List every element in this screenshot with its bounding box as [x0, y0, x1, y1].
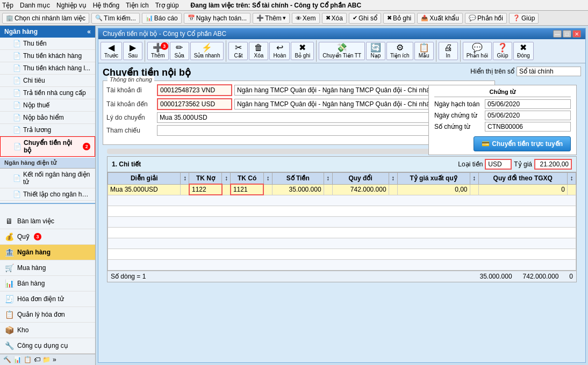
bottom-icon-1[interactable]: 🔨	[3, 356, 11, 363]
table-row[interactable]	[108, 238, 576, 249]
sidebar-item-thutienkhachhang[interactable]: 📄 Thu tiền khách hàng	[0, 50, 95, 62]
sidebar-item-nopbaohiem[interactable]: 📄 Nộp bảo hiểm	[0, 112, 95, 124]
sidebar-item-tratien[interactable]: 📄 Trả tiền nhà cung cấp	[0, 87, 95, 99]
giup-button[interactable]: ❓ Giúp	[493, 42, 512, 60]
menu-trogiup[interactable]: Trợ giúp	[155, 2, 179, 9]
suanhanh-button[interactable]: ⚡ Sửa nhanh	[190, 42, 224, 60]
sau-button[interactable]: ▶ Sau	[123, 42, 142, 60]
col-sort3[interactable]: ↕	[263, 173, 272, 185]
menu-tep[interactable]: Tệp	[2, 2, 13, 9]
sidebar-module-quy[interactable]: 💰 Quỹ 3	[0, 229, 95, 245]
chuyentientructuyen-button[interactable]: 💳 Chuyển tiền trực tuyến	[474, 136, 571, 151]
sua-button[interactable]: ✏ Sửa	[170, 42, 189, 60]
table-row[interactable]	[108, 249, 576, 259]
bottom-arrow[interactable]: »	[53, 356, 56, 363]
col-sort4[interactable]: ↕	[324, 173, 332, 185]
sidebar-module-congcu[interactable]: 🔧 Công cụ dụng cụ	[0, 338, 95, 354]
table-row[interactable]	[108, 206, 576, 216]
cell-sort7	[568, 184, 576, 195]
footer-quydoitgxq: 0	[569, 273, 573, 280]
them-top-button[interactable]: ➕ Thêm ▾	[253, 13, 290, 24]
sidebar-module-hoadondientu[interactable]: 🧾 Hóa đơn điện tử	[0, 291, 95, 307]
cat-button[interactable]: ✂ Cắt	[228, 42, 248, 60]
col-sort7[interactable]: ↕	[568, 173, 576, 185]
dong-icon: ✖	[520, 43, 527, 52]
menu-nghiepvu[interactable]: Nghiệp vụ	[56, 2, 87, 9]
truoc-button[interactable]: ◀ Trước	[101, 42, 122, 60]
baocao-button[interactable]: 📊 Báo cáo	[142, 13, 182, 24]
sidebar-module-nganghang[interactable]: 🏦 Ngân hàng	[0, 245, 95, 260]
boghi-button[interactable]: ✖ Bỏ ghi	[291, 42, 314, 60]
mau-button[interactable]: 📋 Mẫu	[414, 42, 434, 60]
ngayhachtoan-label: Ngày hạch toán	[434, 100, 483, 108]
bottom-icon-4[interactable]: 🏷	[34, 356, 40, 363]
sidebar-module-muahang[interactable]: 🛒 Mua hàng	[0, 260, 95, 276]
minimize-button[interactable]: —	[553, 30, 562, 38]
sidebar-item-noptue[interactable]: 📄 Nộp thuế	[0, 99, 95, 112]
bottom-icon-5[interactable]: 📁	[42, 356, 51, 363]
giup-top-button[interactable]: ❓ Giúp	[509, 13, 539, 24]
col-sort1[interactable]: ↕	[181, 173, 189, 185]
hienthi-label: Hiển thị trên sổ	[470, 68, 514, 75]
table-row[interactable]	[108, 227, 576, 238]
nap-button[interactable]: 🔄 Nạp	[366, 42, 385, 60]
tygia-input[interactable]	[534, 159, 572, 170]
table-row[interactable]	[108, 195, 576, 206]
sidebar-item-chuyentien[interactable]: 📄 Chuyển tiền nội bộ 2	[0, 136, 95, 157]
chuyentientt-button[interactable]: 💸 Chuyển Tiền TT	[319, 42, 365, 60]
congcu-icon: 🔧	[4, 341, 14, 351]
col-sort2[interactable]: ↕	[222, 173, 231, 185]
menu-bar: Tệp Danh mục Nghiệp vụ Hệ thống Tiện ích…	[0, 0, 588, 11]
sidebar-item-traluong[interactable]: 📄 Trả lương	[0, 124, 95, 136]
dong-button[interactable]: ✖ Đóng	[513, 42, 534, 60]
menu-hethong[interactable]: Hệ thống	[93, 2, 119, 9]
xoa-top-button[interactable]: ✖ Xóa	[322, 13, 347, 24]
restore-button[interactable]: □	[563, 30, 571, 38]
cell-tkNo[interactable]: 1122	[189, 184, 222, 195]
loaitien-input[interactable]	[485, 159, 512, 170]
table-row[interactable]	[108, 216, 576, 227]
bottom-icon-3[interactable]: 📋	[24, 356, 32, 363]
sidebar-item-thietlap[interactable]: 📄 Thiết lập cho ngân hàng đ...	[0, 188, 95, 201]
xem-button[interactable]: 👁 Xem	[292, 13, 320, 24]
phanhoi-button[interactable]: 💬 Phản hồi	[463, 42, 492, 60]
menu-tienich[interactable]: Tiện ích	[126, 2, 149, 9]
in-button[interactable]: 🖨 In	[439, 42, 458, 60]
sidebar-item-chitieu[interactable]: 📄 Chi tiêu	[0, 75, 95, 87]
menu-danhmuc[interactable]: Danh mục	[20, 2, 50, 9]
timkiem-button[interactable]: 🔍 Tìm kiếm...	[91, 13, 140, 24]
ngayhachtoan-button[interactable]: 📅 Ngày hạch toán...	[184, 13, 250, 24]
ngayhachtoan-input[interactable]	[485, 99, 571, 109]
thietlap-icon: 📄	[13, 191, 21, 198]
table-row[interactable]: Mua 35.000USD 1122 1121 35.000.000 742.0…	[108, 184, 576, 195]
taikhoanDen-input[interactable]	[157, 98, 232, 110]
them-button[interactable]: ➕ Thêm 3	[147, 42, 169, 60]
xoa-button[interactable]: 🗑 Xóa	[249, 42, 268, 60]
sidebar-item-thutienkhachhang2[interactable]: 📄 Thu tiền khách hàng l...	[0, 62, 95, 75]
bottom-icon-2[interactable]: 📊	[13, 356, 21, 363]
boghi-top-button[interactable]: ✖ Bỏ ghi	[383, 13, 415, 24]
sidebar-module-banlam[interactable]: 🖥 Bàn làm việc	[0, 214, 95, 229]
taikhoanDi-input[interactable]	[157, 84, 232, 96]
sidebar-module-banhang[interactable]: 📊 Bán hàng	[0, 276, 95, 291]
sidebar-module-quanlyhoadon[interactable]: 📋 Quản lý hóa đơn	[0, 307, 95, 323]
cell-tkCo[interactable]: 1121	[231, 184, 263, 195]
tienich-button[interactable]: ⚙ Tiện ích	[386, 42, 413, 60]
ghiso-button[interactable]: ✔ Ghi sổ	[349, 13, 381, 24]
chon-chinhanh-button[interactable]: 🏢 Chọn chi nhánh làm việc	[2, 13, 89, 24]
table-row[interactable]	[108, 259, 576, 270]
sochungtu-input[interactable]	[485, 122, 571, 132]
sidebar-item-thutien[interactable]: 📄 Thu tiền	[0, 38, 95, 50]
close-button[interactable]: ✕	[572, 30, 581, 38]
col-sort6[interactable]: ↕	[470, 173, 478, 185]
phanhoi-top-button[interactable]: 💬 Phản hồi	[465, 13, 507, 24]
hienthi-input[interactable]	[517, 67, 581, 76]
sidebar-module-kho[interactable]: 📦 Kho	[0, 323, 95, 338]
hoan-button[interactable]: ↩ Hoàn	[269, 42, 290, 60]
app-title: Đang làm việc trên: Sổ tài chính - Công …	[191, 2, 362, 9]
ngaychungtu-input[interactable]	[485, 111, 571, 120]
sidebar-item-ketnoi[interactable]: 📄 Kết nối ngân hàng điện tử	[0, 169, 95, 188]
sidebar-collapse-icon[interactable]: «	[87, 28, 91, 35]
col-sort5[interactable]: ↕	[389, 173, 397, 185]
xuatkhau-button[interactable]: 📤 Xuất khẩu	[417, 13, 463, 24]
